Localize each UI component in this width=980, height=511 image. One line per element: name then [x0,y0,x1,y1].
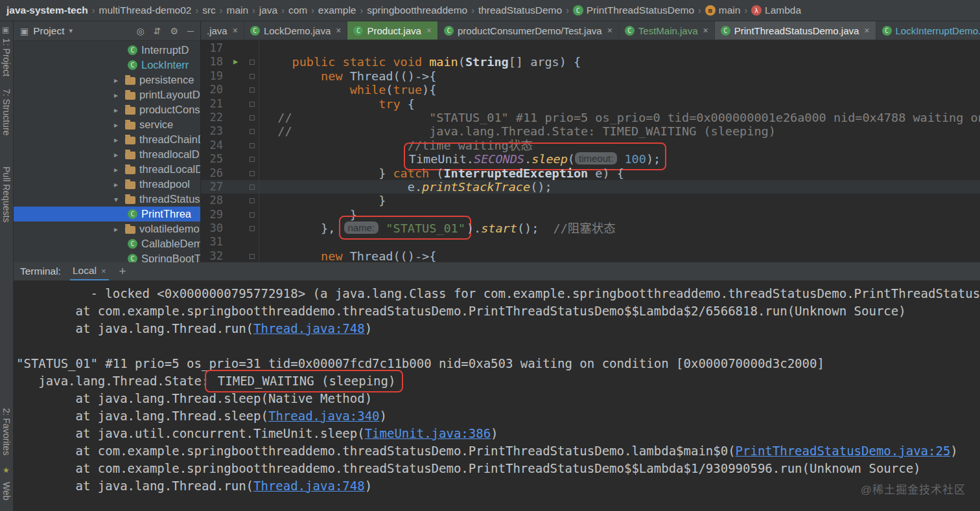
chevron-right-icon[interactable]: ▸ [114,76,121,85]
project-tree-item[interactable]: CSpringBootT [14,251,200,262]
stripe-button[interactable]: Web [1,482,12,501]
chevron-right-icon[interactable]: ▸ [114,180,121,189]
editor-tab[interactable]: .java× [201,21,244,40]
project-tree-item[interactable]: ▸threadChainD [14,132,200,147]
terminal-tab-label: Local [73,265,97,277]
new-terminal-tab-button[interactable]: + [119,264,126,278]
chevron-right-icon[interactable]: ▸ [114,91,121,100]
expand-collapse-icon[interactable]: ⇵ [154,26,161,36]
project-tree-item[interactable]: ▸threadlocalD [14,147,200,162]
tab-close-icon[interactable]: × [336,25,341,36]
breadcrumb-item[interactable]: threadStatusDemo [478,5,562,16]
tool-window-icon[interactable]: ▣ [2,25,9,34]
chevron-right-icon[interactable]: ▸ [114,120,121,130]
breadcrumb-item[interactable]: java [259,5,277,16]
breadcrumb-item[interactable]: java-system-tech [6,5,88,16]
stack-trace-link[interactable]: TimeUnit.java:386 [365,426,491,440]
stripe-button[interactable]: 1: Project [1,38,12,76]
folder-icon [125,152,135,159]
breadcrumb-item[interactable]: src [202,5,216,16]
fold-marker-icon[interactable] [250,157,255,162]
code-token: TimeUnit. [409,152,474,166]
chevron-right-icon[interactable]: ▸ [114,106,121,115]
breadcrumb-item[interactable]: example [318,5,356,16]
project-tree-item[interactable]: ▸threadLocalD [14,162,200,177]
hide-panel-icon[interactable]: ─ [187,26,194,36]
chevron-right-icon[interactable]: ▸ [114,135,121,144]
breadcrumb-item[interactable]: CPrintThreadStatusDemo [573,5,694,16]
project-tree-item[interactable]: CPrintThrea [14,207,200,221]
editor-row: 21 try { [201,97,980,111]
stack-trace-link[interactable]: PrintThreadStatusDemo.java:25 [736,444,951,458]
fold-marker-icon[interactable] [250,143,255,148]
terminal-tab-local[interactable]: Local × [70,262,109,280]
breadcrumb-item[interactable]: springbootthreaddemo [367,5,467,16]
tab-close-icon[interactable]: × [864,25,869,36]
fold-marker-icon[interactable] [250,87,255,93]
fold-marker-icon[interactable] [250,254,255,259]
stripe-button[interactable]: 7: Structure [1,89,12,135]
star-icon[interactable]: ★ [3,466,10,475]
code-token: new [263,69,350,83]
stack-trace-link[interactable]: Thread.java:748 [253,479,365,493]
fold-marker-icon[interactable] [250,74,255,79]
code-line [259,41,263,55]
fold-marker-icon[interactable] [250,226,255,231]
fold-marker-icon[interactable] [250,171,255,176]
code-token: String [465,55,509,69]
chevron-down-icon[interactable]: ▾ [69,27,73,35]
editor-tab[interactable]: CproductConsumerDemo/Test.java× [438,21,619,40]
editor-tab[interactable]: CTestMain.java× [619,21,715,40]
stripe-button[interactable]: 2: Favorites [1,408,12,455]
project-tree-item[interactable]: ▸productCons [14,102,200,117]
breadcrumb-item[interactable]: λLambda [751,5,801,16]
project-tree-item[interactable]: ▸service [14,117,200,132]
fold-marker-icon[interactable] [250,102,255,107]
editor-tab[interactable]: CPrintThreadStatusDemo.java× [715,21,876,40]
project-tree-item[interactable]: ▸volatiledemo [14,221,200,236]
terminal-output[interactable]: - locked <0x0000000795772918> (a java.la… [14,281,980,510]
stack-trace-link[interactable]: Thread.java:748 [253,321,365,335]
editor-gutter [227,249,259,262]
code-editor[interactable]: 1718▶ public static void main(String[] a… [201,40,980,262]
tab-close-icon[interactable]: × [233,25,238,36]
project-tree-item[interactable]: CCallableDem [14,236,200,251]
tab-close-icon[interactable]: × [607,25,612,36]
chevron-right-icon[interactable]: ▸ [114,225,121,234]
chevron-right-icon[interactable]: ▸ [114,165,121,174]
method-icon: m [705,5,716,16]
fold-marker-icon[interactable] [250,185,255,190]
editor-tab[interactable]: CLockInterruptDemo.java× [876,21,980,40]
breadcrumb-item[interactable]: mmain [705,5,741,16]
fold-marker-icon[interactable] [250,198,255,203]
project-tree-item[interactable]: CInterruptD [14,43,200,58]
chevron-down-icon[interactable]: ▾ [114,195,121,204]
terminal-line: at java.lang.Thread.run(Thread.java:748) [16,477,980,495]
stripe-button[interactable]: Pull Requests [1,166,12,222]
breadcrumb-item[interactable]: main [227,5,249,16]
fold-marker-icon[interactable] [250,129,255,134]
project-panel-title[interactable]: Project [33,25,64,37]
editor-tab[interactable]: CProduct.java× [347,21,438,40]
project-tree-item[interactable]: ▸threadpool [14,177,200,192]
tab-close-icon[interactable]: × [426,25,432,36]
run-icon[interactable]: ▶ [233,56,238,67]
breadcrumb-label: example [318,5,356,16]
stack-trace-link[interactable]: Thread.java:340 [268,409,380,423]
tab-close-icon[interactable]: × [703,25,708,36]
fold-marker-icon[interactable] [250,212,255,218]
breadcrumb-item[interactable]: multiThread-demo02 [99,5,191,16]
fold-marker-icon[interactable] [250,60,255,65]
gear-icon[interactable]: ⚙ [170,26,179,36]
close-icon[interactable]: × [101,266,106,276]
editor-tab[interactable]: CLockDemo.java× [244,21,348,40]
chevron-right-icon[interactable]: ▸ [114,150,121,159]
fold-marker-icon[interactable] [250,115,255,120]
project-tree-item[interactable]: CLockInterr [14,58,200,73]
project-tree-item[interactable]: ▸persistence [14,73,200,87]
line-number: 18 [201,55,227,69]
project-tree-item[interactable]: ▾threadStatus [14,192,200,207]
project-tree-item[interactable]: ▸printLayoutD [14,87,200,102]
breadcrumb-item[interactable]: com [288,5,307,16]
locate-icon[interactable]: ◎ [137,26,145,36]
